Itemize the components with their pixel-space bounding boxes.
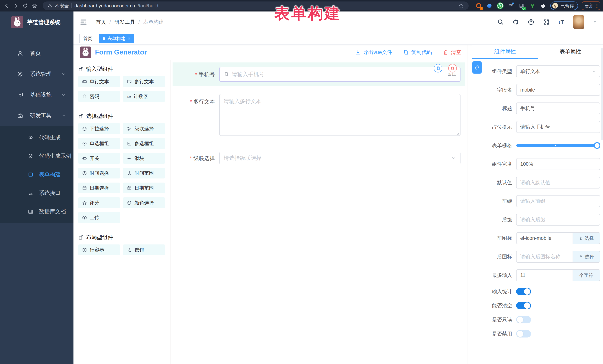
browser-menu-dots-icon[interactable] [596, 4, 597, 8]
sidebar-item-system-api[interactable]: 系统接口 [0, 184, 73, 202]
extensions-puzzle-icon[interactable] [540, 2, 547, 9]
component-item-single-line-text[interactable]: 单行文本 [78, 76, 120, 87]
prefix-icon-input[interactable]: el-icon-mobile 选择 [516, 232, 600, 244]
component-item-upload[interactable]: 上传 [78, 212, 120, 223]
sidebar-item-dev-tools[interactable]: 研发工具 [0, 105, 73, 126]
sidebar-item-code-gen-example[interactable]: 代码生成示例 [0, 147, 73, 165]
copy-code-button[interactable]: 复制代码 [403, 49, 432, 56]
trash-icon [450, 66, 455, 70]
component-width-input[interactable]: 100% [516, 158, 600, 170]
sidebar-item-form-builder[interactable]: 表单构建 [0, 165, 73, 184]
extension-blue-drop-icon[interactable] [486, 2, 493, 9]
delete-field-button[interactable] [448, 64, 457, 72]
component-item-date-picker[interactable]: 日期选择 [78, 183, 120, 193]
component-item-color-picker[interactable]: 颜色选择 [123, 197, 165, 208]
choose-prefix-icon-button[interactable]: 选择 [573, 232, 600, 244]
readonly-toggle[interactable] [516, 316, 531, 323]
canvas-field-cascader[interactable]: 级联选择 请选择级联选择 [173, 152, 465, 164]
suffix-icon-input[interactable]: 请输入后图标名称 选择 [516, 251, 600, 263]
phone-icon [224, 72, 229, 77]
search-icon[interactable] [497, 19, 504, 25]
slider-handle[interactable] [594, 142, 600, 149]
close-icon[interactable]: × [128, 36, 130, 41]
export-vue-button[interactable]: 导出vue文件 [355, 49, 392, 56]
canvas-field-mobile[interactable]: 手机号 请输入手机号 0/11 [173, 62, 465, 86]
resize-handle[interactable] [456, 132, 459, 134]
extension-green-circle-icon[interactable]: V [497, 2, 504, 9]
component-item-dropdown-select[interactable]: 下拉选择 [78, 123, 120, 134]
tag-form-builder[interactable]: 表单构建 × [99, 34, 134, 43]
component-item-time-picker[interactable]: 时间选择 [78, 168, 120, 178]
component-item-time-range[interactable]: 时间范围 [123, 168, 165, 178]
choose-suffix-icon-button[interactable]: 选择 [573, 251, 600, 262]
breadcrumb-dev-tools[interactable]: 研发工具 [114, 19, 135, 26]
sidebar-item-infrastructure[interactable]: 基础设施 [0, 85, 73, 105]
clearable-toggle[interactable] [516, 302, 531, 309]
active-dot [103, 37, 105, 40]
prefix-input[interactable]: 请输入前缀 [516, 195, 600, 207]
browser-home-button[interactable] [30, 2, 39, 10]
component-item-row-container[interactable]: 行容器 [78, 244, 120, 255]
sidebar-item-system-management[interactable]: 系统管理 [0, 64, 73, 85]
sidebar-logo-row[interactable]: 芋道管理系统 [0, 11, 73, 33]
address-bar[interactable]: 不安全 dashboard.yudao.iocoder.cn /tool/bui… [43, 1, 469, 10]
component-item-rate[interactable]: 评分 [78, 197, 120, 208]
tag-home[interactable]: 首页 [79, 34, 96, 43]
tab-form-properties[interactable]: 表单属性 [538, 45, 603, 59]
form-grid-slider[interactable] [516, 140, 600, 151]
browser-reload-button[interactable] [21, 2, 29, 10]
mobile-input[interactable]: 请输入手机号 0/11 [219, 67, 461, 82]
switch-icon [82, 156, 87, 161]
scrollbar-thumb[interactable] [601, 48, 603, 140]
textarea-input[interactable]: 请输入多行文本 [219, 94, 461, 136]
component-item-button[interactable]: 按钮 [123, 244, 165, 255]
breadcrumb-home[interactable]: 首页 [96, 19, 106, 26]
menu-fold-icon[interactable] [79, 18, 88, 26]
placeholder-input[interactable]: 请输入手机号 [516, 121, 600, 133]
browser-forward-button[interactable] [12, 2, 20, 10]
canvas-field-textarea[interactable]: 多行文本 请输入多行文本 [173, 94, 465, 136]
form-grid-icon [28, 172, 33, 177]
link-affix-button[interactable] [472, 61, 482, 74]
max-length-input[interactable]: 11 个字符 [516, 269, 600, 281]
title-input[interactable]: 手机号 [516, 102, 600, 114]
browser-back-button[interactable] [3, 2, 11, 10]
component-item-multi-line-text[interactable]: 多行文本 [123, 76, 165, 87]
github-icon[interactable] [512, 19, 519, 25]
component-item-radio-group[interactable]: 单选框组 [78, 138, 120, 149]
component-item-checkbox-group[interactable]: 多选框组 [123, 138, 165, 149]
field-name-input[interactable]: mobile [516, 84, 600, 96]
input-statistics-toggle[interactable] [516, 288, 531, 295]
tab-component-properties[interactable]: 组件属性 [472, 45, 538, 59]
browser-profile-chip[interactable]: 已暂停 [550, 1, 578, 10]
bookmark-star-icon[interactable] [458, 3, 464, 9]
clear-button[interactable]: 清空 [443, 49, 461, 56]
component-item-date-range[interactable]: 日期范围 [123, 183, 165, 193]
component-type-select[interactable]: 单行文本 [516, 66, 600, 77]
extension-orange-ring-icon[interactable]: 1 [475, 2, 482, 9]
caret-down-icon[interactable] [593, 20, 597, 24]
extension-qr-icon[interactable]: QR [518, 2, 525, 9]
component-item-cascader[interactable]: 级联选择 [123, 123, 165, 134]
disabled-toggle[interactable] [516, 330, 531, 338]
component-item-counter[interactable]: 123计数器 [123, 91, 165, 102]
extensions-row: 1 V QR [475, 2, 547, 9]
fullscreen-icon[interactable] [543, 19, 550, 25]
component-item-slider[interactable]: 滑块 [123, 153, 165, 164]
suffix-input[interactable]: 请输入后缀 [516, 214, 600, 226]
font-size-icon[interactable] [558, 19, 565, 25]
help-icon[interactable] [528, 19, 534, 25]
extension-sliders-icon[interactable] [508, 2, 514, 9]
user-avatar[interactable] [573, 15, 584, 29]
sidebar-item-database-docs[interactable]: 数据库文档 [0, 202, 73, 221]
sidebar-item-home[interactable]: 首页 [0, 43, 73, 64]
copy-field-button[interactable] [434, 64, 442, 72]
component-item-password[interactable]: 密码 [78, 91, 120, 102]
input-icon [82, 79, 87, 84]
cascader-select[interactable]: 请选择级联选择 [219, 152, 461, 164]
sidebar-item-code-generation[interactable]: 代码生成 [0, 128, 73, 147]
default-value-input[interactable]: 请输入默认值 [516, 177, 600, 188]
extension-plant-icon[interactable] [529, 2, 536, 9]
browser-update-button[interactable]: 更新 [582, 1, 600, 10]
component-item-switch[interactable]: 开关 [78, 153, 120, 164]
